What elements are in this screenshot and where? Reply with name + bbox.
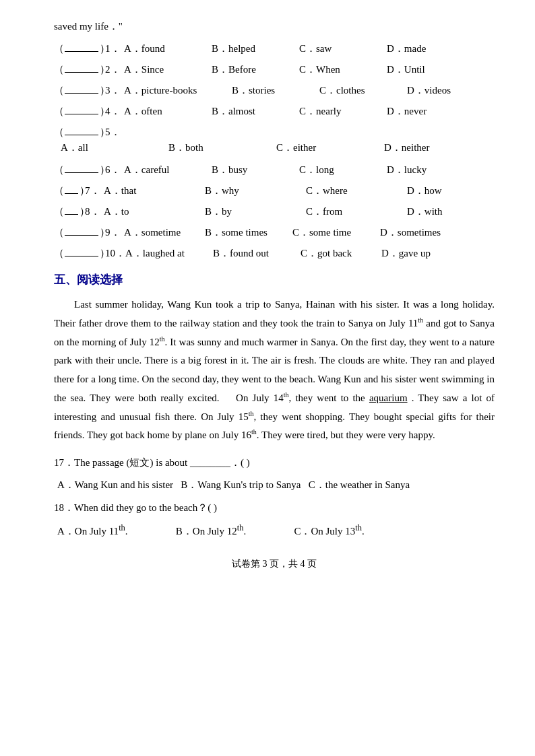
section-title-5: 五、阅读选择: [54, 272, 495, 287]
question-row-4: （ ） 4． A．often B．almost C．nearly D．never: [54, 105, 495, 118]
reading-options-17: A．Wang Kun and his sister B．Wang Kun's t…: [54, 479, 495, 491]
reading-options-18: A．On July 11th. B．On July 12th. C．On Jul…: [54, 523, 495, 538]
question-row-2: （ ） 2． A．Since B．Before C．When D．Until: [54, 63, 495, 76]
question-row-10: （ ） 10． A．laughed at B．found out C．got b…: [54, 247, 495, 260]
passage-text: Last summer holiday, Wang Kun took a tri…: [54, 296, 495, 445]
questions-section: （ ） 1． A．found B．helped C．saw D．made （ ）…: [54, 42, 495, 260]
question-row-1: （ ） 1． A．found B．helped C．saw D．made: [54, 42, 495, 55]
question-row-5-top: （ ） 5．: [54, 126, 495, 139]
reading-question-18: 18．When did they go to the beach？( ): [54, 500, 495, 517]
page-footer: 试卷第 3 页，共 4 页: [54, 558, 495, 570]
intro-line: saved my life．": [54, 20, 495, 33]
reading-questions-section: 17．The passage (短文) is about ________．( …: [54, 454, 495, 538]
question-row-9: （ ） 9． A．sometime B．some times C．some ti…: [54, 226, 495, 239]
question-row-6: （ ） 6． A．careful B．busy C．long D．lucky: [54, 164, 495, 176]
question-row-5-options: A．all B．both C．either D．neither: [54, 141, 495, 154]
reading-question-17: 17．The passage (短文) is about ________．( …: [54, 454, 495, 472]
question-row-8: （ ） 8． A．to B．by C．from D．with: [54, 205, 495, 218]
question-row-3: （ ） 3． A．picture-books B．stories C．cloth…: [54, 84, 495, 97]
question-row-7: （ ） 7． A．that B．why C．where D．how: [54, 184, 495, 197]
